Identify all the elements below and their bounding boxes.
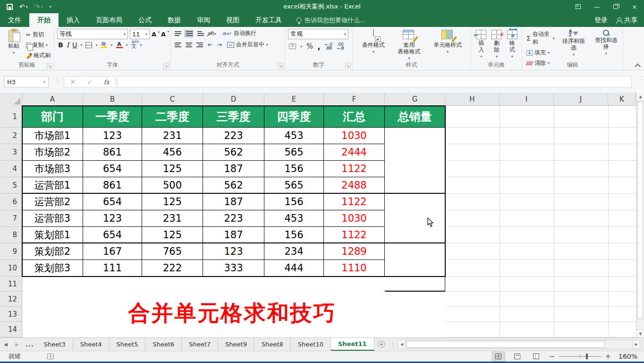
align-middle-button[interactable] bbox=[185, 30, 193, 37]
total-cell[interactable]: 1122 bbox=[324, 161, 385, 177]
new-sheet-button[interactable]: + bbox=[374, 338, 389, 351]
sheet-tab-Sheet6[interactable]: Sheet6 bbox=[145, 338, 182, 351]
format-painter-button[interactable]: 格式刷 bbox=[25, 51, 52, 60]
value-cell[interactable]: 125 bbox=[142, 194, 203, 210]
value-cell[interactable]: 234 bbox=[264, 243, 324, 260]
normal-view-button[interactable] bbox=[492, 352, 505, 361]
dept-cell[interactable]: 市场部3 bbox=[22, 161, 83, 177]
accounting-format-icon[interactable] bbox=[289, 43, 296, 49]
save-button[interactable] bbox=[7, 4, 13, 10]
sheet-nav-prev-icon[interactable]: ◀ bbox=[0, 338, 11, 351]
total-cell[interactable]: 1030 bbox=[324, 210, 385, 227]
merge-center-button[interactable]: ↔合并后居中▾ bbox=[226, 40, 270, 49]
align-left-button[interactable] bbox=[174, 42, 181, 48]
value-cell[interactable]: 562 bbox=[203, 177, 264, 194]
accounting-dropdown[interactable]: ▾ bbox=[300, 44, 302, 49]
paste-button[interactable]: 粘贴 ▾ bbox=[3, 29, 25, 61]
decrease-decimal-button[interactable]: .00→.0 bbox=[337, 43, 344, 51]
format-as-table-button[interactable]: 套用 表格格式 ▾ bbox=[395, 29, 423, 61]
collapse-ribbon-button[interactable] bbox=[636, 63, 639, 67]
font-dialog-launcher[interactable]: ↘ bbox=[163, 63, 169, 69]
ribbon-tab-2[interactable]: 插入 bbox=[59, 13, 88, 27]
dept-cell[interactable]: 运营部2 bbox=[22, 194, 83, 210]
formula-bar-handle[interactable]: ⋮ bbox=[55, 78, 60, 85]
ribbon-tab-8[interactable]: 开发工具 bbox=[247, 13, 290, 27]
dept-cell[interactable]: 策划部3 bbox=[22, 260, 83, 277]
name-box-dropdown[interactable]: ▾ bbox=[43, 80, 45, 84]
ribbon-tab-3[interactable]: 页面布局 bbox=[88, 13, 130, 27]
cancel-icon[interactable]: × bbox=[70, 78, 76, 86]
font-color-icon[interactable]: A bbox=[116, 42, 123, 48]
total-cell[interactable]: 1122 bbox=[324, 194, 385, 210]
value-cell[interactable]: 861 bbox=[83, 144, 142, 161]
fill-color-dropdown[interactable]: ▾ bbox=[110, 43, 112, 47]
number-format-select[interactable]: 常规▾ bbox=[288, 29, 348, 39]
insert-function-icon[interactable]: fx bbox=[104, 78, 110, 86]
dept-cell[interactable]: 策划部1 bbox=[22, 227, 83, 243]
vertical-scroll-thumb[interactable] bbox=[637, 102, 643, 319]
row-header-5[interactable]: 5 bbox=[0, 177, 22, 194]
column-header-I[interactable]: I bbox=[500, 93, 554, 106]
bold-button[interactable]: B bbox=[58, 41, 63, 49]
percent-style-button[interactable]: % bbox=[306, 42, 313, 51]
row-header-7[interactable]: 7 bbox=[0, 210, 22, 227]
align-top-button[interactable] bbox=[174, 30, 181, 37]
value-cell[interactable]: 156 bbox=[264, 194, 324, 210]
sheet-tab-Sheet10[interactable]: Sheet10 bbox=[291, 338, 331, 351]
row-header-8[interactable]: 8 bbox=[0, 227, 22, 243]
value-cell[interactable]: 123 bbox=[83, 128, 142, 144]
column-header-J[interactable]: J bbox=[554, 93, 608, 106]
row-header-10[interactable]: 10 bbox=[0, 260, 22, 277]
row-header-4[interactable]: 4 bbox=[0, 161, 22, 177]
scroll-up-icon[interactable]: ▲ bbox=[636, 93, 644, 101]
underline-dropdown[interactable]: ▾ bbox=[80, 43, 82, 47]
value-cell[interactable]: 654 bbox=[83, 227, 142, 243]
underline-button[interactable]: U bbox=[72, 41, 77, 49]
font-size-select[interactable]: 11▾ bbox=[130, 29, 150, 39]
fill-color-icon[interactable] bbox=[101, 42, 107, 48]
merged-total-cell-2[interactable] bbox=[385, 243, 445, 292]
comma-style-button[interactable]: , bbox=[317, 42, 320, 51]
total-cell[interactable]: 1030 bbox=[324, 128, 385, 144]
phonetic-button[interactable]: wén文 bbox=[131, 41, 137, 49]
expand-formula-bar-icon[interactable]: ˅ bbox=[640, 79, 643, 84]
ribbon-display-options-button[interactable] bbox=[568, 0, 587, 13]
horizontal-scroll-thumb[interactable] bbox=[406, 341, 605, 348]
column-header-K[interactable]: K bbox=[608, 93, 636, 106]
ribbon-tab-7[interactable]: 视图 bbox=[218, 13, 247, 27]
value-cell[interactable]: 156 bbox=[264, 161, 324, 177]
sheet-tab-Sheet3[interactable]: Sheet3 bbox=[37, 338, 73, 351]
row-header-11[interactable]: 11 bbox=[0, 277, 22, 292]
restore-button[interactable] bbox=[606, 0, 625, 13]
value-cell[interactable]: 500 bbox=[142, 177, 203, 194]
value-cell[interactable]: 223 bbox=[203, 128, 264, 144]
row-header-3[interactable]: 3 bbox=[0, 144, 22, 161]
name-box[interactable]: H3 ▾ bbox=[4, 76, 49, 87]
align-center-button[interactable] bbox=[185, 42, 193, 48]
increase-decimal-button[interactable]: ←.0.00 bbox=[325, 43, 332, 51]
value-cell[interactable]: 562 bbox=[203, 144, 264, 161]
value-cell[interactable]: 187 bbox=[203, 194, 264, 210]
sheet-tab-Sheet9[interactable]: Sheet9 bbox=[218, 338, 254, 351]
row-header-12[interactable]: 12 bbox=[0, 292, 22, 307]
value-cell[interactable]: 444 bbox=[264, 260, 324, 277]
value-cell[interactable]: 565 bbox=[264, 177, 324, 194]
column-header-H[interactable]: H bbox=[445, 93, 500, 106]
value-cell[interactable]: 861 bbox=[83, 177, 142, 194]
zoom-slider-handle[interactable] bbox=[586, 354, 588, 359]
value-cell[interactable]: 167 bbox=[83, 243, 142, 260]
italic-button[interactable]: I bbox=[67, 41, 69, 49]
align-right-button[interactable] bbox=[196, 42, 204, 48]
worksheet-grid[interactable]: ABCDEFGHIJK 1234567891011121314 部门一季度二季度… bbox=[0, 93, 636, 337]
value-cell[interactable]: 333 bbox=[203, 260, 264, 277]
cut-button[interactable]: ✂剪切 bbox=[25, 30, 52, 39]
row-header-1[interactable]: 1 bbox=[0, 106, 22, 128]
row-header-13[interactable]: 13 bbox=[0, 307, 22, 322]
column-header-E[interactable]: E bbox=[264, 93, 324, 106]
scroll-left-icon[interactable]: ◀ bbox=[398, 340, 406, 349]
column-header-C[interactable]: C bbox=[142, 93, 203, 106]
merged-total-cell-0[interactable] bbox=[385, 144, 445, 194]
value-cell[interactable]: 453 bbox=[264, 128, 324, 144]
font-color-dropdown[interactable]: ▾ bbox=[126, 43, 128, 47]
sheet-tab-Sheet7[interactable]: Sheet7 bbox=[182, 338, 218, 351]
